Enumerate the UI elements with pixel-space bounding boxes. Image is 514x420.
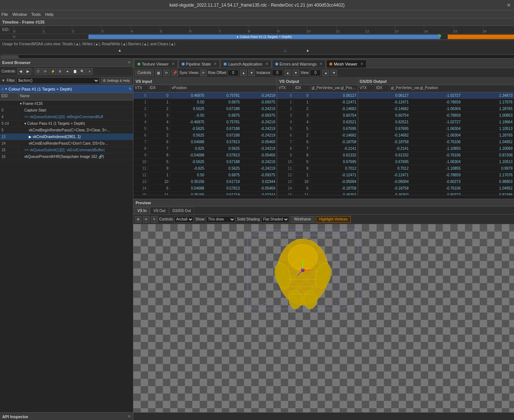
row-down-btn[interactable]: ▼ <box>248 70 255 76</box>
eb-btn-8[interactable]: 📋 <box>71 68 78 75</box>
eb-close[interactable]: ✕ <box>127 60 131 65</box>
list-item[interactable]: ▾ Frame #135 <box>0 100 133 107</box>
eb-btn-6[interactable]: ⚙ <box>57 68 63 75</box>
tab-close-icon[interactable]: ✕ <box>360 62 363 66</box>
view-up-btn[interactable]: ▲ <box>322 70 329 76</box>
vs-out-row[interactable]: 13 10 -0.05094 <box>277 179 358 185</box>
view-input[interactable] <box>310 70 321 76</box>
highlight-vertices-button[interactable]: Highlight Vertices <box>316 216 351 223</box>
eb-btn-10[interactable]: ≡ <box>86 68 93 75</box>
gsds-out-row[interactable]: 0.06127 -1.02727 1.34873 <box>358 92 514 99</box>
gsds-out-row[interactable]: -0.14682 -1.06304 1.28765 <box>358 132 514 139</box>
vs-input-row[interactable]: 13 10 0.35156 0.61719 0.02344 <box>133 179 277 185</box>
tab-errors-warnings[interactable]: Errors and Warnings ✕ <box>272 60 326 68</box>
gsds-out-row[interactable]: 0.61332 -0.76106 0.87208 <box>358 152 514 159</box>
vs-out-row[interactable]: 11 9 0.7012 <box>277 165 358 172</box>
list-item[interactable]: 15 => vkQueueSubmit(1)[0]: vkEndCommandB… <box>0 147 133 153</box>
vs-input-row[interactable]: 1 1 0.50 0.6875 -0.09375 <box>133 99 277 106</box>
vs-out-row[interactable]: 9 8 0.61332 <box>277 152 358 159</box>
gsds-out-row[interactable]: 0.62521 -1.02727 1.19664 <box>358 119 514 126</box>
vs-out-row[interactable]: 14 6 -0.18758 <box>277 185 358 192</box>
layout-icon[interactable]: ▦ <box>155 70 162 76</box>
vs-out-row[interactable]: 7 6 -0.18758 <box>277 139 358 145</box>
menu-window[interactable]: Window <box>13 12 27 17</box>
vs-out-row[interactable]: 6 2 -0.14682 <box>277 132 358 139</box>
vs-input-row[interactable]: 14 6 0.54688 0.57813 -0.05469 <box>133 185 277 192</box>
vs-out-row[interactable]: 5 5 0.67695 <box>277 126 358 132</box>
gsds-out-row[interactable]: -0.12471 -0.78659 1.17076 <box>358 172 514 179</box>
arcball-select[interactable]: Arcball <box>174 216 194 223</box>
show-select[interactable]: This draw <box>206 216 235 223</box>
list-item[interactable]: 5 vkCmdBeginRenderPass(C=Clear, D=Clear,… <box>0 127 133 134</box>
eb-content[interactable]: ▾ Frame #135 0 Capture Start 4 => vkQueu… <box>0 100 133 412</box>
gsds-out-row[interactable]: 0.7012 -1.10855 0.9979 <box>358 165 514 172</box>
timeline-ruler[interactable]: EID: 0 1 2 3 4 5 6 7 8 9 10 11 12 13 14 … <box>0 26 514 34</box>
menu-file[interactable]: File <box>1 12 8 17</box>
gsds-out-row[interactable]: -0.18758 -0.76106 1.04952 <box>358 139 514 145</box>
vs-input-rows[interactable]: 0 0 0.46875 0.75781 -0.24219 1 1 0.50 0.… <box>133 92 277 195</box>
vs-input-row[interactable]: 12 1 0.50 0.6875 -0.09375 <box>133 172 277 179</box>
gsds-out-row[interactable]: -0.14682 -1.06304 1.28765 <box>358 106 514 112</box>
preview-tab-vs-in[interactable]: VS In <box>134 207 150 214</box>
vs-out-row[interactable]: 12 1 -0.12471 <box>277 172 358 179</box>
tab-close-icon[interactable]: ✕ <box>265 62 268 66</box>
tab-close-icon[interactable]: ✕ <box>172 62 175 66</box>
eb-btn-4[interactable]: ⟳ <box>42 68 49 75</box>
vs-input-row[interactable]: 8 7 0.625 0.5625 -0.24219 <box>133 145 277 152</box>
preview-settings-icon[interactable]: ⚙ <box>135 216 141 223</box>
sync-views-btn[interactable]: ⟳ <box>200 70 207 76</box>
gsds-out-row[interactable]: -0.2141 -1.10855 1.20069 <box>358 145 514 152</box>
vs-input-row[interactable]: 2 2 0.5625 0.67188 -0.24219 <box>133 106 277 112</box>
vs-out-row[interactable]: 4 4 0.62521 <box>277 119 358 126</box>
timeline-scrollbar[interactable] <box>0 54 514 58</box>
vs-out-row[interactable]: 3 3 0.60754 <box>277 112 358 119</box>
gsds-out-row[interactable]: 0.60754 -0.78659 1.00853 <box>358 112 514 119</box>
preview-viewport[interactable] <box>133 224 514 412</box>
gsds-out-row[interactable]: -0.18758 -0.76106 1.04952 <box>358 185 514 192</box>
vs-out-row[interactable]: 2 2 -0.14682 <box>277 106 358 112</box>
vs-input-row[interactable]: 10 5 -0.5625 0.67188 -0.24219 <box>133 159 277 165</box>
eb-btn-9[interactable]: 🔍 <box>79 68 85 75</box>
eb-btn-2[interactable]: ▶ <box>25 68 31 75</box>
list-item[interactable]: 5-14 ▾ Colour Pass #1 (1 Targets + Depth… <box>0 120 133 127</box>
vs-input-row[interactable]: 6 2 0.5625 0.67188 -0.24219 <box>133 132 277 139</box>
eb-btn-5[interactable]: ⚡ <box>49 68 56 75</box>
ai-close[interactable]: ✕ <box>127 414 131 419</box>
preview-reset-icon[interactable]: ✎ <box>151 216 158 223</box>
vs-input-scrollbar[interactable] <box>133 195 277 199</box>
menu-help[interactable]: Help <box>45 12 54 17</box>
vs-input-row[interactable]: 7 6 0.54688 0.57813 -0.05469 <box>133 139 277 145</box>
list-item[interactable]: 0 Capture Start <box>0 107 133 114</box>
pin-icon[interactable]: 📌 <box>171 70 178 76</box>
vs-input-row[interactable]: 11 9 -0.625 0.5625 -0.24219 <box>133 165 277 172</box>
vs-out-row[interactable]: 15 11 0.46302 <box>277 192 358 195</box>
vs-out-row[interactable]: 1 1 -0.12471 <box>277 99 358 106</box>
output-data-area[interactable]: 0 0 0.06127 1 1 -0.12471 2 2 -0.14682 3 … <box>277 92 514 195</box>
vs-input-row[interactable]: 9 8 -0.54688 0.57813 -0.05469 <box>133 152 277 159</box>
wireframe-button[interactable]: Wireframe <box>291 216 314 223</box>
flat-shaded-select[interactable]: Flat Shaded <box>261 216 289 223</box>
vs-out-row[interactable]: 10 5 0.67695 <box>277 159 358 165</box>
preview-tab-vs-out[interactable]: VS Out <box>150 207 168 214</box>
tab-close-icon[interactable]: ✕ <box>214 62 217 66</box>
vs-input-row[interactable]: 5 5 -0.5625 0.67188 -0.24219 <box>133 126 277 132</box>
edit-icon[interactable]: ✎ <box>129 87 132 91</box>
controls-button[interactable]: Controls <box>135 70 154 76</box>
gsds-out-row[interactable]: 0.46302 -0.60273 0.87496 <box>358 192 514 195</box>
eb-btn-1[interactable]: ◀ <box>17 68 24 75</box>
settings-help-btn[interactable]: ⚙ Settings & Help <box>101 77 132 84</box>
list-item[interactable]: 13 ▶ vkCmdDrawIndexed(2901, 1) <box>0 134 133 140</box>
tab-mesh-viewer[interactable]: Mesh Viewer ✕ <box>326 60 366 68</box>
eb-btn-7[interactable]: ★ <box>64 68 71 75</box>
vs-out-row[interactable]: 0 0 0.06127 <box>277 92 358 99</box>
gsds-out-row[interactable]: -0.12471 -0.78659 1.17076 <box>358 99 514 106</box>
close-button[interactable]: ✕ <box>507 2 511 8</box>
sync-icon[interactable]: ⟳ <box>163 70 170 76</box>
vs-input-row[interactable]: 3 3 -0.50 0.6875 -0.09375 <box>133 112 277 119</box>
filter-select[interactable]: $action() <box>16 77 99 84</box>
vs-input-row[interactable]: 4 4 -0.46875 0.75781 -0.24219 <box>133 119 277 126</box>
instance-input[interactable] <box>272 70 283 76</box>
gsds-out-row[interactable]: 0.67695 -1.06304 1.10513 <box>358 159 514 165</box>
list-item[interactable]: 4 => vkQueueSubmit(1)[0]: vkBeginCommand… <box>0 114 133 120</box>
vs-input-row[interactable]: 0 0 0.46875 0.75781 -0.24219 <box>133 92 277 99</box>
